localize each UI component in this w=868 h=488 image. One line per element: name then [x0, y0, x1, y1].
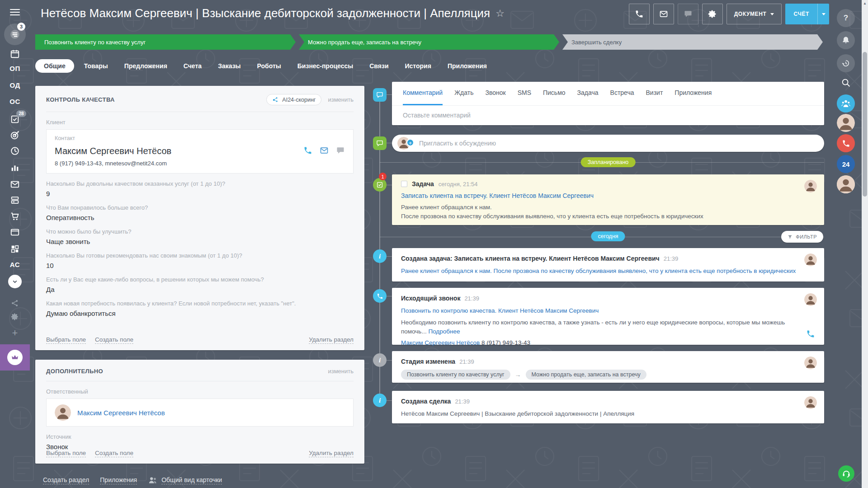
- timeline-entry-task-created: Создана задача: Записать клиента на встр…: [392, 248, 824, 282]
- create-field-link[interactable]: Создать поле: [95, 336, 133, 344]
- question-value[interactable]: Чаще звонить: [46, 238, 354, 245]
- support-chat-button[interactable]: [838, 465, 854, 482]
- call-back-icon[interactable]: [806, 329, 815, 338]
- page-title: Нетёсов Максим Сергеевич | Взыскание деб…: [41, 6, 505, 20]
- card-view-link[interactable]: Общий вид карточки: [148, 475, 222, 485]
- tab-comment[interactable]: Комментарий: [403, 82, 443, 105]
- cart-icon: [10, 211, 20, 221]
- sidebar-item-settings[interactable]: [0, 313, 30, 321]
- stage-call-client[interactable]: Позвонить клиенту по качеству услуг: [35, 34, 296, 50]
- sidebar-item-as[interactable]: АС: [0, 261, 30, 268]
- filter-button[interactable]: ФИЛЬТР: [781, 231, 823, 243]
- vertical-scrollbar[interactable]: ▲: [862, 0, 868, 488]
- tab-sms[interactable]: SMS: [518, 82, 531, 105]
- contact-link[interactable]: Максим Сергеевич Нетёсов: [401, 339, 480, 346]
- stage-upsell-meeting[interactable]: Можно продать еще, записать на встречу: [299, 34, 559, 50]
- sidebar-item-mail[interactable]: [0, 179, 30, 189]
- create-field-link[interactable]: Создать поле: [95, 450, 133, 457]
- apps-link[interactable]: Приложения: [100, 476, 137, 484]
- favorite-star-icon[interactable]: ☆: [495, 8, 505, 19]
- choose-field-link[interactable]: Выбрать поле: [46, 336, 86, 344]
- notifications-button[interactable]: [837, 31, 855, 49]
- question-value[interactable]: Оперативность: [46, 214, 354, 221]
- invoice-dropdown-button[interactable]: [817, 4, 829, 24]
- ai24-scoring-badge[interactable]: AI24-скоринг: [266, 94, 321, 105]
- sidebar-item-shop[interactable]: [0, 211, 30, 221]
- choose-field-link[interactable]: Выбрать поле: [46, 450, 86, 457]
- comment-input[interactable]: Оставьте комментарий: [392, 106, 824, 125]
- tab-meeting[interactable]: Встреча: [610, 82, 634, 105]
- tab-orders[interactable]: Заказы: [212, 59, 247, 73]
- group-chat-avatar[interactable]: [837, 114, 855, 132]
- user-avatar[interactable]: [837, 175, 855, 193]
- entry-body-link[interactable]: Ранее клиент обращался к нам. После проз…: [401, 267, 796, 274]
- sidebar-item-reports[interactable]: [0, 163, 30, 173]
- contact-card[interactable]: Контакт Максим Сергеевич Нетёсов 8 (917)…: [46, 129, 354, 174]
- tab-quotes[interactable]: Предложения: [118, 59, 174, 73]
- invite-to-discussion-input[interactable]: + Пригласить к обсуждению: [392, 135, 824, 152]
- stage-close-deal[interactable]: Завершить сделку: [562, 34, 823, 50]
- tab-products[interactable]: Товары: [78, 59, 114, 73]
- document-button[interactable]: ДОКУМЕНТ: [726, 4, 782, 24]
- tab-links[interactable]: Связи: [363, 59, 395, 73]
- tab-task[interactable]: Задача: [577, 82, 599, 105]
- question-value[interactable]: Да: [46, 286, 354, 293]
- tab-letter[interactable]: Письмо: [543, 82, 566, 105]
- sidebar-item-apps-grid[interactable]: [0, 244, 30, 254]
- edit-section-link[interactable]: изменить: [328, 368, 354, 375]
- tab-apps[interactable]: Приложения: [675, 82, 712, 105]
- sidebar-add-item-button[interactable]: +: [0, 327, 30, 339]
- tab-apps[interactable]: Приложения: [441, 59, 493, 73]
- settings-button[interactable]: [702, 4, 723, 24]
- dialog-history-button[interactable]: [837, 54, 855, 72]
- invoice-button[interactable]: СЧЁТ: [785, 4, 829, 24]
- sidebar-item-op[interactable]: ОП: [0, 65, 30, 72]
- main-menu-button[interactable]: [0, 7, 30, 17]
- sidebar-item-os[interactable]: ОС: [0, 98, 30, 105]
- edit-section-link[interactable]: изменить: [328, 96, 354, 103]
- question-value[interactable]: 9: [46, 190, 354, 197]
- bitrix24-badge[interactable]: 24: [837, 155, 855, 173]
- avatar: [804, 357, 817, 369]
- sidebar-item-crm[interactable]: [0, 130, 30, 140]
- responsible-name-link[interactable]: Максим Сергеевич Нетёсов: [77, 409, 165, 417]
- chat-icon[interactable]: [336, 146, 345, 155]
- telephony-button[interactable]: [837, 134, 855, 152]
- sidebar-collapse-button[interactable]: [0, 275, 30, 288]
- sidebar-item-active-crm-marketing[interactable]: [0, 344, 30, 371]
- question-value[interactable]: 10: [46, 262, 354, 269]
- call-button[interactable]: [629, 4, 650, 24]
- call-subject-link[interactable]: Позвонить по контролю качества. Клиент Н…: [401, 307, 599, 314]
- task-checkbox[interactable]: [401, 181, 407, 187]
- tab-general[interactable]: Общие: [35, 59, 74, 73]
- sidebar-item-od[interactable]: ОД: [0, 81, 30, 89]
- scrollbar-thumb[interactable]: [863, 52, 867, 197]
- question-value[interactable]: Думаю обанкротиться: [46, 310, 354, 317]
- phone-icon[interactable]: [303, 146, 312, 155]
- create-section-link[interactable]: Создать раздел: [43, 476, 89, 484]
- scroll-up-arrow[interactable]: ▲: [862, 1, 868, 5]
- tab-invoices[interactable]: Счета: [177, 59, 208, 73]
- sidebar-item-time[interactable]: [0, 146, 30, 156]
- chat-button[interactable]: [678, 4, 698, 24]
- more-link[interactable]: Подробнее: [428, 328, 460, 335]
- email-button[interactable]: [653, 4, 674, 24]
- tab-robots[interactable]: Роботы: [251, 59, 288, 73]
- avatar: [804, 293, 817, 306]
- tab-business-processes[interactable]: Бизнес-процессы: [291, 59, 359, 73]
- sidebar-item-drive[interactable]: [0, 195, 30, 205]
- sidebar-item-network[interactable]: [0, 299, 30, 308]
- delete-section-link[interactable]: Удалить раздел: [309, 450, 354, 457]
- delete-section-link[interactable]: Удалить раздел: [309, 336, 354, 344]
- tab-history[interactable]: История: [399, 59, 438, 73]
- help-button[interactable]: ?: [837, 9, 855, 27]
- team-support-button[interactable]: [837, 94, 855, 113]
- tab-visit[interactable]: Визит: [646, 82, 663, 105]
- tab-wait[interactable]: Ждать: [454, 82, 473, 105]
- search-button[interactable]: [837, 74, 855, 92]
- sidebar-item-calendar[interactable]: [0, 49, 30, 59]
- tab-call[interactable]: Звонок: [485, 82, 505, 105]
- sidebar-item-sites[interactable]: [0, 227, 30, 237]
- mail-icon[interactable]: [320, 146, 329, 155]
- task-title-link[interactable]: Записать клиента на встречу. Клиент Нетё…: [401, 192, 594, 199]
